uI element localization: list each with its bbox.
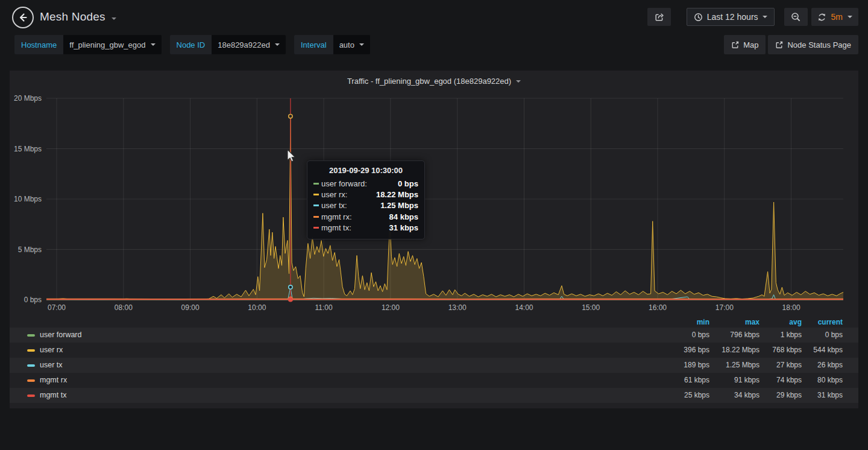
zoom-out-button[interactable] <box>784 8 808 26</box>
y-tick-label: 20 Mbps <box>14 94 42 103</box>
legend-min-value: 61 kbps <box>659 373 709 388</box>
caret-down-icon <box>112 17 116 20</box>
x-tick-label: 08:00 <box>115 303 133 312</box>
tooltip-series-row: user forward:0 bps <box>313 178 418 189</box>
legend-row: user rx396 bps18.22 Mbps768 kbps544 kbps <box>10 343 858 358</box>
series-color-dash <box>313 227 319 229</box>
x-tick-label: 12:00 <box>382 303 400 312</box>
caret-down-icon <box>151 43 156 46</box>
legend-series-toggle[interactable]: user rx <box>27 343 659 358</box>
legend-series-toggle[interactable]: user forward <box>27 328 659 343</box>
interval-dropdown[interactable]: auto <box>333 35 370 54</box>
legend-row: mgmt tx25 kbps34 kbps29 kbps31 kbps <box>10 388 858 403</box>
legend-series-name: mgmt rx <box>40 373 67 388</box>
link-label: Map <box>743 40 758 49</box>
share-dashboard-button[interactable] <box>647 8 671 26</box>
dashboard-title-dropdown[interactable]: Mesh Nodes <box>40 0 116 34</box>
navbar-actions: Last 12 hours 5m <box>647 8 858 26</box>
series-color-dash <box>313 194 319 195</box>
clock-icon <box>694 13 703 22</box>
tooltip-series-row: mgmt rx:84 kbps <box>313 211 418 222</box>
legend-column-min[interactable]: min <box>659 317 709 328</box>
tooltip-series-label: user rx: <box>321 190 347 199</box>
legend-avg-value: 74 kbps <box>760 373 802 388</box>
legend-max-value: 91 kbps <box>709 373 760 388</box>
series-color-swatch <box>27 395 35 397</box>
tooltip-series-row: user tx:1.25 Mbps <box>313 200 418 211</box>
legend-min-value: 0 bps <box>659 328 709 343</box>
dashboard-link-map[interactable]: Map <box>724 35 766 54</box>
refresh-interval-label: 5m <box>831 12 843 22</box>
caret-down-icon <box>848 16 852 18</box>
legend-current-value: 544 kbps <box>802 343 843 358</box>
mouse-cursor <box>287 150 300 164</box>
legend-column-avg[interactable]: avg <box>760 317 802 328</box>
x-tick-label: 10:00 <box>248 303 266 312</box>
tooltip-timestamp: 2019-09-29 10:30:00 <box>313 166 418 175</box>
x-tick-label: 17:00 <box>715 303 734 312</box>
tooltip-series-value: 1.25 Mbps <box>380 201 418 210</box>
legend-series-toggle[interactable]: user tx <box>27 358 659 373</box>
legend-series-toggle[interactable]: mgmt tx <box>27 388 659 403</box>
crosshair-marker <box>289 297 292 301</box>
refresh-picker[interactable]: 5m <box>811 8 858 26</box>
legend-min-value: 25 kbps <box>659 388 709 403</box>
legend-row: mgmt rx61 kbps91 kbps74 kbps80 kbps <box>10 373 858 388</box>
x-tick-label: 13:00 <box>448 303 467 312</box>
tooltip-series-value: 18.22 Mbps <box>376 190 418 199</box>
external-link-icon <box>775 41 783 49</box>
legend-row: user forward0 bps796 kbps1 kbps0 bps <box>10 328 858 343</box>
tooltip-series-value: 0 bps <box>398 179 418 188</box>
legend-current-value: 26 kbps <box>802 358 843 373</box>
series-color-dash <box>313 216 319 218</box>
y-tick-label: 15 Mbps <box>14 145 42 153</box>
tooltip-series-value: 31 kbps <box>389 223 418 232</box>
x-tick-label: 11:00 <box>315 303 333 312</box>
tooltip-series-label: user tx: <box>321 201 347 210</box>
legend-row: user tx189 bps1.25 Mbps27 kbps26 kbps <box>10 358 858 373</box>
tooltip-series-value: 84 kbps <box>389 212 418 221</box>
legend-series-name: user forward <box>40 328 81 343</box>
node-id-dropdown[interactable]: 18e829a922ed <box>212 35 286 54</box>
legend-series-toggle[interactable]: mgmt rx <box>27 373 659 388</box>
tooltip-series-label: user forward: <box>321 179 367 188</box>
traffic-graph[interactable]: 0 bps5 Mbps10 Mbps15 Mbps20 Mbps07:0008:… <box>10 71 858 317</box>
variable-label: Interval <box>294 35 333 54</box>
legend-column-max[interactable]: max <box>709 317 760 328</box>
refresh-icon <box>817 13 826 22</box>
hostname-dropdown[interactable]: ff_pliening_gbw_egod <box>63 35 161 54</box>
legend-column-current[interactable]: current <box>802 317 843 328</box>
legend-avg-value: 29 kbps <box>760 388 802 403</box>
series-color-swatch <box>27 364 35 367</box>
y-tick-label: 5 Mbps <box>18 246 42 254</box>
legend-min-value: 396 bps <box>659 343 709 358</box>
link-label: Node Status Page <box>787 40 851 49</box>
x-tick-label: 09:00 <box>181 303 200 312</box>
variable-label: Hostname <box>14 35 63 54</box>
x-tick-label: 15:00 <box>582 303 600 312</box>
tooltip-series-row: mgmt tx:31 kbps <box>313 223 418 233</box>
x-tick-label: 16:00 <box>649 303 667 312</box>
node-id-value: 18e829a922ed <box>218 40 270 49</box>
crosshair-marker <box>289 285 292 289</box>
time-range-picker[interactable]: Last 12 hours <box>687 8 775 26</box>
variable-node-id: Node ID 18e829a922ed <box>170 35 286 54</box>
navbar: Mesh Nodes Last 12 hours <box>0 0 868 34</box>
grafana-dashboard: { "nav": { "title": "Mesh Nodes", "time_… <box>0 0 868 450</box>
legend-avg-value: 768 kbps <box>760 343 802 358</box>
dashboard-link-node-status-page[interactable]: Node Status Page <box>768 35 858 54</box>
legend-current-value: 0 bps <box>802 328 843 343</box>
back-button[interactable] <box>12 7 34 28</box>
zoom-out-icon <box>791 12 801 22</box>
traffic-panel: Traffic - ff_pliening_gbw_egod (18e829a9… <box>10 71 858 408</box>
series-color-swatch <box>27 334 35 337</box>
tooltip-series-label: mgmt rx: <box>321 212 352 221</box>
legend-max-value: 18.22 Mbps <box>709 343 760 358</box>
legend-table: minmaxavgcurrentuser forward0 bps796 kbp… <box>10 317 858 403</box>
legend-max-value: 34 kbps <box>709 388 760 403</box>
legend-avg-value: 1 kbps <box>760 328 802 343</box>
dashboard-submenu: Hostname ff_pliening_gbw_egod Node ID 18… <box>14 35 858 54</box>
external-link-icon <box>731 41 739 49</box>
time-range-label: Last 12 hours <box>707 12 758 22</box>
legend-series-name: user tx <box>40 358 63 373</box>
